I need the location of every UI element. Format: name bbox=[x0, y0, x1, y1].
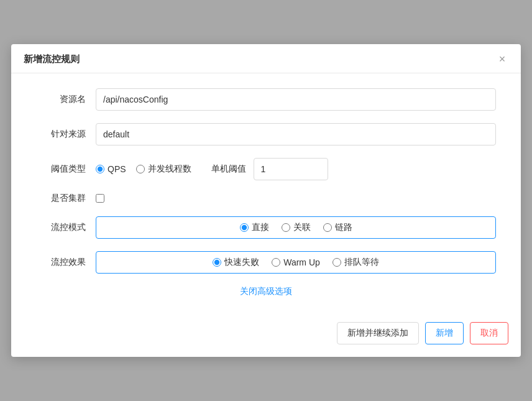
threshold-row: QPS 并发线程数 单机阈值 bbox=[96, 158, 496, 180]
radio-chain-input[interactable] bbox=[323, 223, 332, 232]
dialog-header: 新增流控规则 × bbox=[11, 44, 521, 73]
cluster-checkbox[interactable] bbox=[96, 194, 104, 203]
radio-direct[interactable]: 直接 bbox=[240, 222, 269, 233]
flow-mode-row: 流控模式 直接 关联 链路 bbox=[36, 216, 496, 239]
threshold-type-label: 阈值类型 bbox=[36, 164, 86, 175]
radio-qps-label: QPS bbox=[108, 164, 126, 174]
source-row: 针对来源 bbox=[36, 123, 496, 145]
radio-fast-fail-input[interactable] bbox=[213, 258, 221, 267]
collapse-link[interactable]: 关闭高级选项 bbox=[36, 286, 496, 297]
cancel-button[interactable]: 取消 bbox=[470, 322, 508, 344]
dialog: 新增流控规则 × 资源名 针对来源 阈值类型 bbox=[11, 44, 521, 357]
radio-relate[interactable]: 关联 bbox=[282, 222, 311, 233]
radio-direct-label: 直接 bbox=[252, 222, 269, 233]
dialog-body: 资源名 针对来源 阈值类型 bbox=[11, 73, 521, 315]
cluster-row: 是否集群 bbox=[36, 193, 496, 204]
resource-label: 资源名 bbox=[36, 94, 86, 105]
source-input[interactable] bbox=[96, 123, 496, 145]
radio-thread[interactable]: 并发线程数 bbox=[136, 164, 191, 175]
threshold-type-row: 阈值类型 QPS 并发线程数 单 bbox=[36, 158, 496, 180]
dialog-title: 新增流控规则 bbox=[24, 53, 80, 65]
flow-effect-row: 流控效果 快速失败 Warm Up 排队等待 bbox=[36, 251, 496, 274]
radio-queue-label: 排队等待 bbox=[344, 257, 379, 268]
radio-warm-up[interactable]: Warm Up bbox=[272, 257, 320, 267]
radio-thread-input[interactable] bbox=[136, 165, 145, 173]
radio-chain-label: 链路 bbox=[335, 222, 352, 233]
threshold-type-group: QPS 并发线程数 bbox=[96, 164, 191, 175]
radio-fast-fail-label: 快速失败 bbox=[224, 257, 259, 268]
cluster-control bbox=[96, 194, 496, 203]
flow-mode-control: 直接 关联 链路 bbox=[96, 216, 496, 239]
radio-queue-input[interactable] bbox=[332, 258, 341, 267]
close-button[interactable]: × bbox=[496, 53, 508, 65]
radio-warm-up-input[interactable] bbox=[272, 258, 280, 267]
flow-mode-label: 流控模式 bbox=[36, 222, 86, 233]
flow-mode-group: 直接 关联 链路 bbox=[96, 216, 496, 239]
radio-relate-input[interactable] bbox=[282, 223, 290, 232]
dialog-footer: 新增并继续添加 新增 取消 bbox=[11, 315, 521, 357]
radio-relate-label: 关联 bbox=[293, 222, 311, 233]
radio-queue[interactable]: 排队等待 bbox=[332, 257, 379, 268]
single-threshold-label: 单机阈值 bbox=[211, 164, 246, 175]
radio-qps-input[interactable] bbox=[96, 165, 104, 173]
dialog-overlay: 新增流控规则 × 资源名 针对来源 阈值类型 bbox=[0, 0, 532, 401]
resource-input[interactable] bbox=[96, 88, 496, 111]
radio-direct-input[interactable] bbox=[240, 223, 249, 232]
radio-thread-label: 并发线程数 bbox=[148, 164, 191, 175]
radio-fast-fail[interactable]: 快速失败 bbox=[213, 257, 259, 268]
radio-warm-up-label: Warm Up bbox=[283, 257, 320, 267]
cluster-label: 是否集群 bbox=[36, 193, 86, 204]
resource-control bbox=[96, 88, 496, 111]
add-button[interactable]: 新增 bbox=[425, 322, 464, 344]
threshold-type-control: QPS 并发线程数 单机阈值 bbox=[96, 158, 496, 180]
flow-effect-control: 快速失败 Warm Up 排队等待 bbox=[96, 251, 496, 274]
radio-qps[interactable]: QPS bbox=[96, 164, 126, 174]
source-label: 针对来源 bbox=[36, 129, 86, 140]
resource-row: 资源名 bbox=[36, 88, 496, 111]
add-continue-button[interactable]: 新增并继续添加 bbox=[337, 322, 419, 344]
cluster-checkbox-label[interactable] bbox=[96, 194, 496, 203]
single-threshold-input[interactable] bbox=[254, 158, 328, 180]
flow-effect-group: 快速失败 Warm Up 排队等待 bbox=[96, 251, 496, 274]
flow-effect-label: 流控效果 bbox=[36, 257, 86, 268]
radio-chain[interactable]: 链路 bbox=[323, 222, 352, 233]
source-control bbox=[96, 123, 496, 145]
